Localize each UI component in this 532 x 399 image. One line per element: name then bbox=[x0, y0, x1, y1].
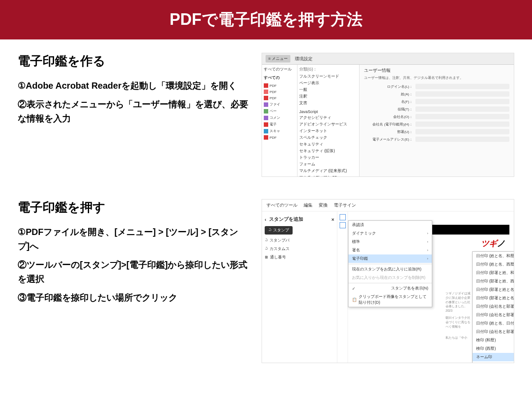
submenu-item[interactable]: ネーム印 (名付き) bbox=[473, 361, 514, 363]
tool-label: 電子 bbox=[270, 122, 277, 127]
menu-item-label: 電子印鑑 bbox=[352, 256, 368, 262]
context-menu-item[interactable]: ✓スタンプ名を表示(N) bbox=[348, 284, 432, 293]
stamp-row-label: స スタンプパ bbox=[265, 238, 289, 243]
context-menu-item[interactable]: 現在のスタンプをお気に入りに追加(R) bbox=[348, 265, 432, 274]
menu-button[interactable]: ≡ メニュー bbox=[266, 55, 290, 63]
context-menu-item[interactable]: 📋クリップボード画像をスタンプとして貼り付け(D) bbox=[348, 293, 432, 307]
tab-all-tools[interactable]: すべてのツール bbox=[266, 202, 297, 208]
user-info-form: ユーザー情報 ユーザー情報は、注釈、共有、デジタル署名で利用されます。 ログイン… bbox=[360, 65, 514, 177]
section-stamp: 電子印鑑を押す ①PDFファイルを開き、[メニュー] > [ツール] > [スタ… bbox=[18, 199, 514, 363]
clipboard-icon: 📋 bbox=[352, 297, 357, 302]
stamp-row-label: 🗎 通し番号 bbox=[265, 254, 286, 260]
tab-edit[interactable]: 編集 bbox=[304, 202, 313, 208]
header-banner: PDFで電子印鑑を押す方法 bbox=[0, 0, 532, 39]
menu-item-label: 署名 bbox=[352, 247, 360, 253]
form-field[interactable] bbox=[415, 91, 509, 97]
tool-icon bbox=[264, 109, 268, 113]
tools-sidebar: すべてのツール すべての PDFPDFPDFファイペーコメン電子スキャPDF bbox=[262, 65, 297, 177]
menu-item-label: スタンプ名を表示(N) bbox=[391, 286, 429, 291]
hand-icon[interactable] bbox=[340, 222, 346, 228]
tool-item[interactable]: 電子 bbox=[264, 121, 295, 128]
context-menu-item[interactable]: 電子印鑑› bbox=[348, 254, 432, 263]
tsugino-logo: ツギノ bbox=[481, 238, 505, 249]
form-label: 名(F)： bbox=[364, 99, 413, 104]
tool-item[interactable]: ペー bbox=[264, 108, 295, 114]
form-field[interactable] bbox=[415, 121, 509, 127]
category-item[interactable]: トラッカー bbox=[299, 154, 357, 161]
category-item[interactable]: フルスクリーンモード bbox=[299, 73, 357, 80]
section-create-text: 電子印鑑を作る ①Adobe Acrobat Readerを起動し「環境設定」を… bbox=[18, 53, 248, 130]
close-icon[interactable]: × bbox=[332, 217, 334, 222]
tool-item[interactable]: コメン bbox=[264, 114, 295, 121]
back-icon[interactable]: ‹ bbox=[265, 217, 266, 222]
category-item[interactable]: フォーム bbox=[299, 161, 357, 168]
submenu-item[interactable]: 日付印 (会社名と部署、西暦) bbox=[473, 311, 514, 319]
submenu-item[interactable]: 検印 (和暦) bbox=[473, 336, 514, 344]
form-title: ユーザー情報 bbox=[364, 67, 509, 74]
section-create: 電子印鑑を作る ①Adobe Acrobat Readerを起動し「環境設定」を… bbox=[18, 53, 514, 177]
stamp-row[interactable]: 🗎 通し番号 bbox=[265, 253, 334, 262]
tool-label: PDF bbox=[270, 90, 277, 94]
submenu-item[interactable]: 日付印 (姓と名、日付なし) bbox=[473, 319, 514, 328]
stamp-window: すべてのツール 編集 変換 電子サイン ‹ スタンプを追加 × స スタンプ స… bbox=[262, 199, 514, 363]
submenu-item[interactable]: 日付印 (部署と姓、西暦) bbox=[473, 277, 514, 286]
form-label: 電子メールアドレス(E)： bbox=[364, 137, 413, 142]
tool-item[interactable]: PDF bbox=[264, 134, 295, 141]
category-item[interactable]: インターネット bbox=[299, 128, 357, 134]
tool-label: スキャ bbox=[270, 129, 280, 133]
category-item[interactable]: JavaScript bbox=[299, 109, 357, 114]
context-menu-item[interactable]: 標準› bbox=[348, 238, 432, 246]
submenu-item[interactable]: 日付印 (部署と姓と名、西暦) bbox=[473, 294, 514, 302]
category-item[interactable]: ページ表示 bbox=[299, 80, 357, 86]
submenu-item[interactable]: 日付印 (会社名と部署、日付なし) bbox=[473, 328, 514, 336]
category-item[interactable]: 文書 bbox=[299, 100, 357, 106]
pointer-icon[interactable] bbox=[340, 214, 346, 220]
tool-item[interactable]: PDF bbox=[264, 82, 295, 89]
category-item[interactable]: セキュリティ bbox=[299, 141, 357, 148]
stamp-row[interactable]: స スタンプパ bbox=[265, 236, 334, 245]
tool-item[interactable]: PDF bbox=[264, 95, 295, 101]
tool-item[interactable]: ファイ bbox=[264, 101, 295, 108]
category-item[interactable]: アクセシビリティ bbox=[299, 114, 357, 121]
category-item[interactable]: スペルチェック bbox=[299, 134, 357, 141]
category-item[interactable]: アドビオンラインサービス bbox=[299, 121, 357, 128]
tab-esign[interactable]: 電子サイン bbox=[334, 202, 356, 208]
form-field[interactable] bbox=[415, 84, 509, 89]
form-field[interactable] bbox=[415, 106, 509, 112]
category-item[interactable]: 注釈 bbox=[299, 93, 357, 100]
context-menu-item[interactable]: ダイナミック› bbox=[348, 229, 432, 238]
category-item[interactable]: セキュリティ (拡張) bbox=[299, 148, 357, 154]
category-item[interactable]: マルチメディア (従来形式) bbox=[299, 168, 357, 174]
submenu-item[interactable]: 日付印 (会社名と部署、和暦) bbox=[473, 302, 514, 311]
context-menu-item[interactable]: 署名› bbox=[348, 246, 432, 254]
form-row: 姓(A)： bbox=[364, 91, 509, 97]
submenu-item[interactable]: 日付印 (部署と姓と名、和暦) bbox=[473, 286, 514, 294]
tab-convert[interactable]: 変換 bbox=[319, 202, 328, 208]
tool-item[interactable]: スキャ bbox=[264, 128, 295, 134]
bgtext-2: 朝日インタラク社会づくりに貢なるべく情報を bbox=[446, 316, 471, 329]
submenu-item[interactable]: 日付印 (部署と姓、和暦) bbox=[473, 269, 514, 277]
form-row: 部署(U)： bbox=[364, 129, 509, 134]
header-title: PDFで電子印鑑を押す方法 bbox=[170, 10, 363, 28]
submenu-item[interactable]: 検印 (西暦) bbox=[473, 344, 514, 353]
bgtext-3: 私たちは「中小 bbox=[446, 336, 471, 340]
form-field[interactable] bbox=[415, 137, 509, 142]
form-row: ログイン名(L)： bbox=[364, 84, 509, 89]
stamp-row[interactable]: స カスタムス bbox=[265, 245, 334, 253]
stamp-row-label: స カスタムス bbox=[265, 246, 289, 252]
mid-toolbar bbox=[337, 211, 348, 363]
pref-dialog: ≡ メニュー 環境設定 すべてのツール すべての PDFPDFPDFファイペーコ… bbox=[262, 53, 514, 177]
submenu-item[interactable]: ネーム印 bbox=[473, 353, 514, 361]
form-field[interactable] bbox=[415, 99, 509, 104]
menu-item-label: お気に入りから現在のスタンプを削除(R) bbox=[352, 275, 426, 281]
tool-label: PDF bbox=[270, 96, 277, 100]
stamp-button[interactable]: స スタンプ bbox=[265, 226, 293, 235]
category-item[interactable]: 一般 bbox=[299, 86, 357, 93]
submenu-item[interactable]: 日付印 (姓と名、和暦) bbox=[473, 252, 514, 260]
form-field[interactable] bbox=[415, 114, 509, 119]
context-menu-item[interactable]: 承認済 bbox=[348, 221, 432, 229]
form-field[interactable] bbox=[415, 129, 509, 134]
tool-item[interactable]: PDF bbox=[264, 89, 295, 95]
category-item[interactable]: マルチメディアと 3D bbox=[299, 174, 357, 177]
submenu-item[interactable]: 日付印 (姓と名、西暦) bbox=[473, 260, 514, 269]
